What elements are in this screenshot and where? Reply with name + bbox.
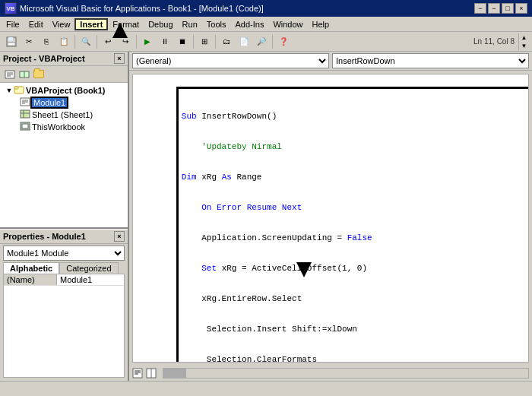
minimize-btn[interactable]: − (488, 3, 500, 14)
menu-edit[interactable]: Edit (24, 18, 48, 30)
project-title-bar: Project - VBAProject × (0, 52, 128, 66)
tree-module1[interactable]: Module1 (2, 97, 126, 109)
svg-rect-1 (8, 37, 13, 41)
title-bar: VB Microsoft Visual Basic for Applicatio… (0, 0, 532, 17)
code-header: (General) InsertRowDown (129, 52, 532, 71)
properties-title: Properties - Module1 × (0, 229, 128, 244)
tree-sheet1-label: Sheet1 (Sheet1) (32, 110, 93, 119)
toolbar-sep-3 (136, 35, 137, 49)
toolbar: ✂ ⎘ 📋 🔍 ↩ ↪ ▶ ⏸ ⏹ ⊞ 🗂 📄 🔎 ❓ Ln 11, Col 8… (0, 32, 532, 52)
code-line-1: Sub InsertRowDown() (182, 110, 529, 122)
main-layout: Project - VBAProject × (0, 52, 532, 381)
toolbar-scrollbar[interactable]: ▲ ▼ (518, 33, 529, 50)
tab-alphabetic[interactable]: Alphabetic (3, 262, 59, 274)
toolbar-copy-btn[interactable]: ⎘ (38, 33, 55, 50)
toolbar-reset-btn[interactable]: ⏹ (174, 33, 191, 50)
props-val-name[interactable]: Module1 (57, 274, 124, 285)
tree-workbook-label: ThisWorkbook (32, 122, 85, 131)
project-view-code-btn[interactable] (3, 68, 17, 81)
menu-run[interactable]: Run (178, 18, 202, 30)
code-line-8: Selection.Insert Shift:=xlDown (182, 323, 529, 335)
code-hscrollbar[interactable] (163, 368, 529, 379)
code-line-4: On Error Resume Next (182, 201, 529, 214)
left-panel: Project - VBAProject × (0, 52, 129, 381)
project-toggle-folders-btn[interactable] (32, 68, 46, 81)
app-icon: VB (5, 2, 17, 14)
tree-sheet1[interactable]: Sheet1 (Sheet1) (2, 109, 126, 121)
svg-rect-10 (14, 87, 18, 89)
code-line-6: Set xRg = ActiveCell.Offset(1, 0) (182, 262, 529, 274)
project-view-object-btn[interactable] (17, 68, 31, 81)
tab-categorized[interactable]: Categorized (59, 262, 118, 274)
toolbar-sep-2 (97, 35, 97, 49)
props-key-name: (Name) (4, 274, 57, 285)
svg-rect-15 (21, 110, 30, 118)
menu-view[interactable]: View (48, 18, 75, 30)
project-toolbar (0, 66, 128, 83)
code-line-3: Dim xRg As Range (182, 171, 529, 183)
arrow-insert-up (112, 23, 128, 40)
properties-type-dropdown[interactable]: Module1 Module (3, 246, 125, 261)
toolbar-sep-4 (193, 35, 194, 49)
menu-tools[interactable]: Tools (202, 18, 231, 30)
right-panel: (General) InsertRowDown Sub InsertRowDow… (129, 52, 532, 381)
svg-rect-2 (8, 43, 15, 46)
menu-addins[interactable]: Add-Ins (230, 18, 268, 30)
code-highlight-box: Sub InsertRowDown() 'Updateby Nirmal Dim… (176, 87, 529, 363)
restore-btn[interactable]: − (474, 3, 486, 14)
properties-panel: Properties - Module1 × Module1 Module Al… (0, 229, 128, 381)
code-editor-area[interactable]: Sub InsertRowDown() 'Updateby Nirmal Dim… (132, 74, 529, 363)
project-close-btn[interactable]: × (114, 53, 125, 64)
tree-vbaproject-label: VBAProject (Book1) (26, 86, 106, 95)
status-bar (0, 381, 532, 396)
code-line-2: 'Updateby Nirmal (182, 141, 529, 153)
toolbar-sep-6 (272, 35, 273, 49)
arrow-code-down (296, 262, 312, 279)
code-line-5: Application.ScreenUpdating = False (182, 232, 529, 244)
tree-workbook[interactable]: ThisWorkbook (2, 121, 126, 133)
code-procedure-dropdown[interactable]: InsertRowDown (332, 53, 529, 68)
toolbar-save-btn[interactable] (3, 33, 20, 50)
split-view-icon[interactable] (146, 368, 157, 379)
toolbar-projectexplorer-btn[interactable]: 🗂 (218, 33, 235, 50)
toolbar-sep-1 (74, 35, 75, 49)
svg-rect-19 (22, 124, 28, 128)
toolbar-designmode-btn[interactable]: ⊞ (196, 33, 213, 50)
code-line-7: xRg.EntireRow.Select (182, 293, 529, 305)
expand-vbaproject[interactable]: ▼ (5, 87, 14, 94)
toolbar-properties-btn[interactable]: 📄 (236, 33, 252, 50)
tree-module1-label: Module1 (32, 98, 67, 107)
toolbar-line-col: Ln 11, Col 8 (473, 37, 515, 46)
code-object-dropdown[interactable]: (General) (132, 53, 329, 68)
project-tree[interactable]: ▼ VBAProject (Book1) (0, 83, 128, 227)
project-title: Project - VBAProject (3, 54, 85, 63)
properties-tabs: Alphabetic Categorized (0, 262, 128, 274)
toolbar-help-btn[interactable]: ❓ (275, 33, 292, 50)
toolbar-run-btn[interactable]: ▶ (139, 33, 156, 50)
toolbar-sep-5 (215, 35, 216, 49)
menu-help[interactable]: Help (308, 18, 334, 30)
properties-table: (Name) Module1 (3, 274, 125, 378)
tree-vbaproject[interactable]: ▼ VBAProject (Book1) (2, 84, 126, 97)
menu-debug[interactable]: Debug (144, 18, 177, 30)
properties-title-text: Properties - Module1 (3, 232, 86, 241)
props-row-name: (Name) Module1 (4, 274, 124, 286)
code-view-icon[interactable] (132, 368, 143, 379)
svg-rect-20 (133, 369, 142, 378)
project-panel: Project - VBAProject × (0, 52, 128, 229)
properties-close-btn[interactable]: × (114, 231, 125, 242)
toolbar-break-btn[interactable]: ⏸ (157, 33, 173, 50)
title-text: Microsoft Visual Basic for Applications … (20, 4, 264, 13)
toolbar-objectbrowser-btn[interactable]: 🔎 (253, 33, 270, 50)
code-line-9: Selection.ClearFormats (182, 353, 529, 363)
menu-insert[interactable]: Insert (74, 18, 108, 30)
menu-file[interactable]: File (2, 18, 24, 30)
menu-window[interactable]: Window (268, 18, 307, 30)
close-btn[interactable]: × (515, 3, 527, 14)
code-footer (129, 366, 532, 381)
toolbar-paste-btn[interactable]: 📋 (55, 33, 72, 50)
menu-bar: File Edit View Insert Format Debug Run T… (0, 17, 532, 32)
toolbar-cut-btn[interactable]: ✂ (21, 33, 37, 50)
toolbar-find-btn[interactable]: 🔍 (78, 33, 94, 50)
maximize-btn[interactable]: □ (502, 3, 514, 14)
